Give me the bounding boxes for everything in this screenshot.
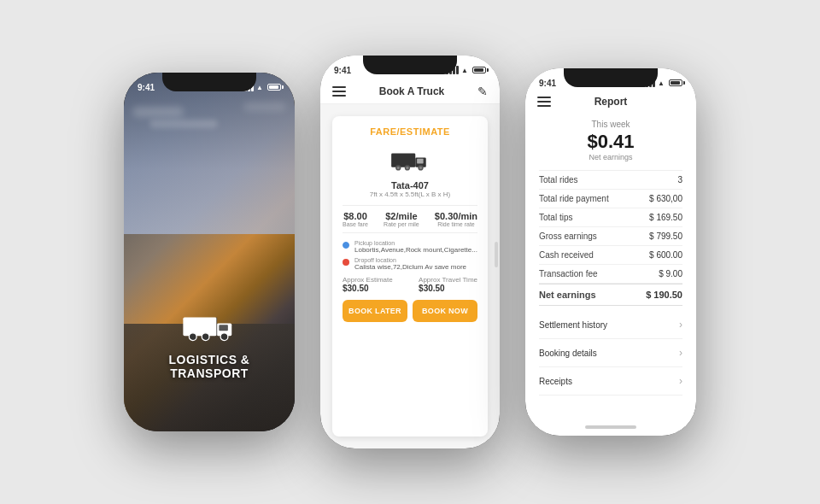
scroll-indicator <box>495 242 498 267</box>
week-label: This week <box>539 120 682 129</box>
svg-point-14 <box>406 167 408 169</box>
pickup-dot <box>343 242 349 249</box>
phone-logistics: 9:41 ▲ <box>124 73 295 431</box>
row-total-tips: Total tips $ 169.50 <box>539 208 682 227</box>
svg-point-13 <box>397 167 400 169</box>
row-ride-payment: Total ride payment $ 630,00 <box>539 190 682 208</box>
truck-dims: 7ft x 4.5ft x 5.5ft(L x B x H) <box>343 190 477 198</box>
svg-rect-7 <box>391 154 415 167</box>
time-2: 9:41 <box>334 66 351 75</box>
base-fare: $8.00 Base fare <box>343 211 368 227</box>
menu-icon[interactable] <box>332 86 346 97</box>
report-menu-icon[interactable] <box>537 97 551 107</box>
settlement-history-link[interactable]: Settlement history › <box>539 311 682 339</box>
truck-icon-container <box>141 302 278 344</box>
book-later-button[interactable]: BOOK LATER <box>343 300 407 322</box>
row-gross-earnings: Gross earnings $ 799.50 <box>539 227 682 246</box>
report-header: Report <box>525 92 696 114</box>
truck-icon <box>179 302 239 344</box>
chevron-settlement: › <box>679 319 682 331</box>
svg-rect-2 <box>219 325 228 331</box>
notch-3 <box>564 68 658 87</box>
phones-container: 9:41 ▲ <box>0 0 820 504</box>
rate-per-mile: $2/mile Rate per mile <box>384 211 419 227</box>
notch-2 <box>363 56 457 74</box>
phone-book-truck: 9:41 ▲ Book <box>320 56 500 448</box>
svg-rect-9 <box>417 159 424 164</box>
book-truck-header: Book A Truck ✎ <box>320 79 500 104</box>
approx-travel: Approx Travel Time $30.50 <box>419 276 477 293</box>
fare-title: FARE/ESTIMATE <box>343 126 477 137</box>
estimate-row: Approx Estimate $30.50 Approx Travel Tim… <box>343 276 477 293</box>
ride-time: $0.30/min Ride time rate <box>435 211 477 227</box>
receipts-link[interactable]: Receipts › <box>539 367 682 396</box>
pricing-row: $8.00 Base fare $2/mile Rate per mile $0… <box>343 205 477 233</box>
dropoff-dot <box>343 259 349 266</box>
notch-1 <box>162 73 256 91</box>
report-content: This week $0.41 Net earnings Total rides… <box>525 114 696 401</box>
fare-card: FARE/ESTIMATE <box>332 116 488 437</box>
battery-icon-2 <box>472 67 486 73</box>
report-links: Settlement history › Booking details › R… <box>539 311 682 396</box>
svg-point-4 <box>202 333 209 341</box>
pickup-location: Pickup location Lobortis,Avenue,Rock mou… <box>343 240 477 254</box>
svg-rect-0 <box>183 317 216 336</box>
row-total-rides: Total rides 3 <box>539 171 682 190</box>
wifi-icon-3: ▲ <box>658 79 665 87</box>
book-now-button[interactable]: BOOK NOW <box>413 300 477 322</box>
home-indicator-3 <box>585 425 636 429</box>
battery-icon-3 <box>669 79 682 86</box>
time-3: 9:41 <box>539 79 556 88</box>
approx-estimate: Approx Estimate $30.50 <box>343 276 393 293</box>
svg-point-15 <box>419 167 422 169</box>
earnings-amount: $0.41 <box>539 131 682 153</box>
chevron-receipts: › <box>679 375 682 387</box>
report-rows: Total rides 3 Total ride payment $ 630,0… <box>539 170 682 306</box>
net-label-top: Net earnings <box>539 153 682 161</box>
wifi-icon-2: ▲ <box>461 67 468 74</box>
svg-point-5 <box>220 333 228 341</box>
truck-name: Tata-407 <box>343 180 477 190</box>
svg-point-3 <box>189 333 196 341</box>
truck-image <box>343 144 477 177</box>
dropoff-location: Dropoff location Calista wise,72,Diclum … <box>343 257 477 271</box>
app-title: LOGISTICS & TRANSPORT <box>141 353 278 380</box>
report-title: Report <box>594 96 628 108</box>
phone-report: 9:41 ▲ <box>525 68 696 436</box>
row-cash-received: Cash received $ 600.00 <box>539 246 682 265</box>
splash-content: LOGISTICS & TRANSPORT <box>124 73 295 431</box>
book-truck-title: Book A Truck <box>379 85 444 97</box>
row-transaction-fee: Transaction fee $ 9.00 <box>539 265 682 284</box>
chevron-booking: › <box>679 347 682 359</box>
row-net-earnings: Net earnings $ 190.50 <box>539 284 682 306</box>
btn-row: BOOK LATER BOOK NOW <box>343 300 477 322</box>
booking-details-link[interactable]: Booking details › <box>539 339 682 367</box>
edit-icon[interactable]: ✎ <box>477 85 488 98</box>
location-section: Pickup location Lobortis,Avenue,Rock mou… <box>343 240 477 271</box>
